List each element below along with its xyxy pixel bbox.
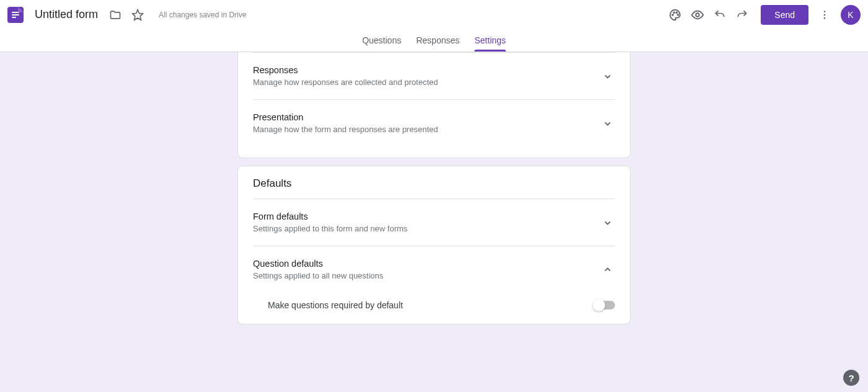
chevron-down-icon[interactable] — [600, 215, 615, 230]
preview-icon[interactable] — [688, 5, 707, 25]
settings-card: Responses Manage how responses are colle… — [237, 52, 631, 158]
presentation-title: Presentation — [253, 112, 438, 122]
svg-point-4 — [678, 14, 679, 16]
svg-marker-0 — [133, 9, 143, 20]
app-header: Untitled form All changes saved in Drive… — [0, 0, 868, 52]
presentation-section[interactable]: Presentation Manage how the form and res… — [253, 99, 615, 146]
responses-section[interactable]: Responses Manage how responses are colle… — [253, 52, 615, 99]
required-by-default-label: Make questions required by default — [268, 300, 403, 310]
settings-content: Responses Manage how responses are colle… — [0, 52, 868, 332]
tab-questions[interactable]: Questions — [362, 35, 401, 51]
more-options-icon[interactable] — [815, 5, 835, 25]
move-to-folder-icon[interactable] — [105, 5, 125, 25]
tab-responses[interactable]: Responses — [416, 35, 459, 51]
question-defaults-sub: Settings applied to all new questions — [253, 271, 383, 280]
question-defaults-title: Question defaults — [253, 259, 383, 269]
svg-point-5 — [696, 13, 700, 17]
svg-point-6 — [824, 11, 826, 12]
svg-point-8 — [824, 17, 826, 19]
tabs-bar: Questions Responses Settings — [0, 29, 868, 51]
header-top-row: Untitled form All changes saved in Drive… — [0, 0, 868, 29]
help-icon[interactable]: ? — [843, 370, 859, 386]
defaults-heading: Defaults — [253, 177, 615, 198]
account-avatar[interactable]: K — [841, 5, 861, 25]
question-defaults-section[interactable]: Question defaults Settings applied to al… — [253, 246, 615, 293]
svg-point-7 — [824, 14, 826, 16]
svg-point-2 — [674, 12, 675, 13]
presentation-sub: Manage how the form and responses are pr… — [253, 125, 438, 134]
chevron-down-icon[interactable] — [600, 69, 615, 84]
responses-sub: Manage how responses are collected and p… — [253, 78, 438, 87]
defaults-card: Defaults Form defaults Settings applied … — [237, 166, 631, 324]
save-status: All changes saved in Drive — [159, 11, 246, 19]
required-by-default-row: Make questions required by default — [253, 293, 615, 313]
star-icon[interactable] — [128, 5, 148, 25]
svg-point-3 — [676, 12, 678, 13]
send-button[interactable]: Send — [761, 5, 808, 25]
chevron-up-icon[interactable] — [600, 262, 615, 277]
form-defaults-section[interactable]: Form defaults Settings applied to this f… — [253, 198, 615, 246]
responses-title: Responses — [253, 65, 438, 75]
tab-settings[interactable]: Settings — [474, 35, 506, 51]
form-title[interactable]: Untitled form — [35, 8, 98, 21]
forms-logo-icon[interactable] — [7, 7, 24, 23]
required-by-default-toggle[interactable] — [594, 301, 615, 310]
svg-point-1 — [672, 14, 673, 16]
undo-icon[interactable] — [710, 5, 730, 25]
form-defaults-title: Form defaults — [253, 212, 407, 221]
customize-theme-icon[interactable] — [665, 5, 685, 25]
chevron-down-icon[interactable] — [600, 116, 615, 131]
form-defaults-sub: Settings applied to this form and new fo… — [253, 224, 407, 233]
redo-icon[interactable] — [732, 5, 752, 25]
